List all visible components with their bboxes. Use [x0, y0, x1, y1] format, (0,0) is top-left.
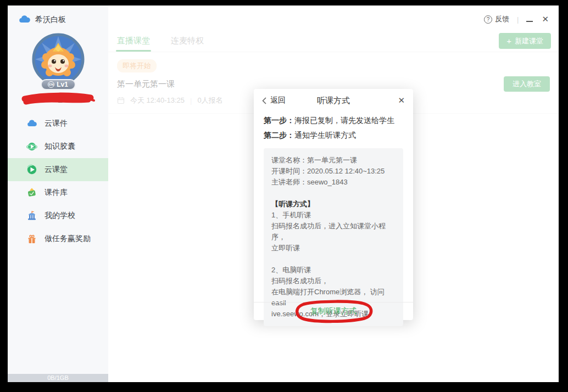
feedback-question-icon: ? [484, 15, 492, 24]
sidebar-item-courseware-library[interactable]: 课件库 [8, 181, 108, 204]
tasks-rewards-icon [26, 233, 37, 244]
app-logo: 希沃白板 [8, 5, 108, 25]
listening-method-modal: 返回 听课方式 ✕ 第一步：海报已复制，请先发送给学生 第二步：通知学生听课方式… [254, 89, 413, 320]
method1-line: 1、手机听课 [271, 210, 396, 221]
sidebar-item-my-school[interactable]: 我的学校 [8, 204, 108, 227]
titlebar-divider: | [517, 15, 519, 24]
step-1: 第一步：海报已复制，请先发送给学生 [264, 113, 403, 128]
sidebar-item-knowledge-capsule[interactable]: 知识胶囊 [8, 135, 108, 158]
titlebar: ? 反馈 | ✕ [108, 5, 559, 30]
cloud-courseware-icon [26, 118, 37, 129]
step-1-label: 第一步： [264, 116, 294, 125]
back-label: 返回 [270, 96, 286, 105]
class-name-line: 课堂名称：第一单元第一课 [271, 155, 396, 166]
knowledge-capsule-icon [26, 141, 37, 152]
blank-line [271, 254, 396, 265]
level-pill: EN Lv1 [41, 79, 76, 90]
steps-section: 第一步：海报已复制，请先发送给学生 第二步：通知学生听课方式 [254, 112, 413, 143]
sidebar: 希沃白板 EN Lv1 [8, 5, 108, 382]
app-window: 希沃白板 EN Lv1 [8, 5, 559, 382]
copy-listening-method-button[interactable]: 复制听课方式 [310, 306, 357, 316]
courseware-library-icon [26, 187, 37, 198]
sidebar-menu: 云课件 知识胶囊 [8, 112, 108, 250]
method2-line: 扫码报名成功后， [271, 276, 396, 287]
method2-line: 2、电脑听课 [271, 265, 396, 276]
main-panel: ? 反馈 | ✕ 直播课堂 连麦特权 + 新建课堂 即将开始 第一单元第一课 [108, 5, 559, 382]
user-avatar[interactable]: EN Lv1 [32, 33, 85, 90]
level-badge-icon: EN [48, 81, 54, 88]
cloud-classroom-icon [26, 164, 37, 175]
class-time-line: 开课时间：2020.05.12 12:40~13:25 [271, 166, 396, 177]
content-area: 直播课堂 连麦特权 + 新建课堂 即将开始 第一单元第一课 今天 12:40-1… [108, 30, 559, 382]
window-close-button[interactable]: ✕ [542, 15, 549, 24]
username-label: seewo_1843 [38, 94, 79, 103]
chevron-left-icon [262, 97, 266, 104]
level-label: Lv1 [57, 81, 68, 88]
my-school-icon [26, 210, 37, 221]
back-button[interactable]: 返回 [262, 96, 286, 105]
sidebar-item-label: 我的学校 [44, 211, 75, 221]
app-title: 希沃白板 [35, 15, 66, 25]
step-2-text: 通知学生听课方式 [294, 131, 356, 139]
blank-line [271, 188, 396, 199]
avatar-lion-icon [32, 33, 85, 86]
step-1-text: 海报已复制，请先发送给学生 [294, 116, 394, 125]
method1-line: 立即听课 [271, 243, 396, 254]
sidebar-item-label: 课件库 [44, 188, 68, 198]
step-2-label: 第二步： [264, 131, 294, 139]
minimize-button[interactable] [526, 15, 534, 24]
modal-header: 返回 听课方式 ✕ [254, 89, 413, 112]
username-row[interactable]: seewo_1843 [8, 93, 108, 105]
modal-footer: 复制听课方式 [254, 302, 413, 320]
feedback-button[interactable]: ? 反馈 [484, 14, 509, 24]
minimize-icon [526, 21, 533, 22]
teacher-line: 主讲老师：seewo_1843 [271, 177, 396, 188]
feedback-label: 反馈 [495, 14, 509, 24]
poster-text-box: 课堂名称：第一单元第一课 开课时间：2020.05.12 12:40~13:25… [264, 148, 403, 326]
step-2: 第二步：通知学生听课方式 [264, 128, 403, 143]
sidebar-item-label: 做任务赢奖励 [44, 234, 91, 244]
sidebar-item-label: 知识胶囊 [44, 142, 75, 152]
storage-indicator: 0B/1GB [8, 374, 108, 382]
sidebar-item-label: 云课堂 [44, 165, 68, 175]
method-section-title: 【听课方式】 [271, 199, 396, 210]
sidebar-item-tasks-rewards[interactable]: 做任务赢奖励 [8, 227, 108, 250]
modal-close-button[interactable]: ✕ [398, 96, 405, 105]
seewo-cloud-logo-icon [19, 14, 31, 25]
sidebar-item-label: 云课件 [44, 119, 68, 128]
sidebar-item-cloud-courseware[interactable]: 云课件 [8, 112, 108, 135]
sidebar-item-cloud-classroom[interactable]: 云课堂 [8, 158, 108, 181]
method1-line: 扫码报名成功后，进入立知课堂小程序， [271, 221, 396, 243]
